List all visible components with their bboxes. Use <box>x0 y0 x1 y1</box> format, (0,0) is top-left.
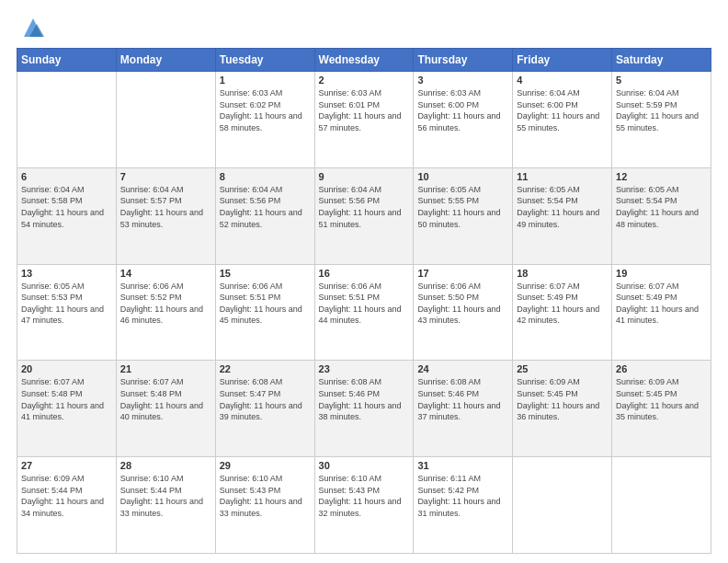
day-number: 17 <box>417 268 508 279</box>
day-info: Sunrise: 6:07 AM Sunset: 5:48 PM Dayligh… <box>120 376 211 422</box>
day-info: Sunrise: 6:10 AM Sunset: 5:44 PM Dayligh… <box>120 473 211 519</box>
weekday-saturday: Saturday <box>612 49 711 72</box>
calendar-cell: 14Sunrise: 6:06 AM Sunset: 5:52 PM Dayli… <box>116 264 215 361</box>
logo <box>17 17 46 40</box>
calendar-cell: 12Sunrise: 6:05 AM Sunset: 5:54 PM Dayli… <box>612 167 711 264</box>
calendar-cell <box>513 457 612 554</box>
day-info: Sunrise: 6:08 AM Sunset: 5:46 PM Dayligh… <box>417 376 508 422</box>
weekday-header-row: SundayMondayTuesdayWednesdayThursdayFrid… <box>17 49 711 72</box>
day-info: Sunrise: 6:06 AM Sunset: 5:50 PM Dayligh… <box>417 281 508 327</box>
day-number: 10 <box>417 171 508 182</box>
day-info: Sunrise: 6:09 AM Sunset: 5:44 PM Dayligh… <box>21 473 112 519</box>
day-info: Sunrise: 6:07 AM Sunset: 5:49 PM Dayligh… <box>517 281 608 327</box>
day-number: 1 <box>220 75 311 86</box>
day-number: 31 <box>417 460 508 471</box>
page: SundayMondayTuesdayWednesdayThursdayFrid… <box>0 0 728 563</box>
calendar-cell <box>612 457 711 554</box>
calendar-cell: 13Sunrise: 6:05 AM Sunset: 5:53 PM Dayli… <box>17 264 117 361</box>
week-row-3: 13Sunrise: 6:05 AM Sunset: 5:53 PM Dayli… <box>17 264 711 361</box>
day-number: 7 <box>120 171 211 182</box>
logo-icon <box>20 15 46 40</box>
day-info: Sunrise: 6:06 AM Sunset: 5:52 PM Dayligh… <box>120 281 211 327</box>
calendar-cell: 3Sunrise: 6:03 AM Sunset: 6:00 PM Daylig… <box>414 72 513 168</box>
calendar-cell: 25Sunrise: 6:09 AM Sunset: 5:45 PM Dayli… <box>513 361 612 457</box>
day-info: Sunrise: 6:04 AM Sunset: 5:59 PM Dayligh… <box>616 87 707 133</box>
day-info: Sunrise: 6:06 AM Sunset: 5:51 PM Dayligh… <box>319 281 410 327</box>
day-info: Sunrise: 6:04 AM Sunset: 5:58 PM Dayligh… <box>21 184 112 230</box>
header <box>17 17 711 40</box>
weekday-wednesday: Wednesday <box>314 49 414 72</box>
day-number: 27 <box>21 460 112 471</box>
day-info: Sunrise: 6:04 AM Sunset: 5:57 PM Dayligh… <box>120 184 211 230</box>
day-info: Sunrise: 6:05 AM Sunset: 5:54 PM Dayligh… <box>517 184 608 230</box>
calendar-cell: 22Sunrise: 6:08 AM Sunset: 5:47 PM Dayli… <box>215 361 314 457</box>
day-info: Sunrise: 6:05 AM Sunset: 5:55 PM Dayligh… <box>417 184 508 230</box>
day-info: Sunrise: 6:08 AM Sunset: 5:47 PM Dayligh… <box>220 376 311 422</box>
calendar-cell: 10Sunrise: 6:05 AM Sunset: 5:55 PM Dayli… <box>414 167 513 264</box>
calendar-cell: 30Sunrise: 6:10 AM Sunset: 5:43 PM Dayli… <box>314 457 414 554</box>
day-number: 19 <box>616 268 707 279</box>
day-info: Sunrise: 6:06 AM Sunset: 5:51 PM Dayligh… <box>220 281 311 327</box>
calendar-cell: 16Sunrise: 6:06 AM Sunset: 5:51 PM Dayli… <box>314 264 414 361</box>
calendar-cell: 5Sunrise: 6:04 AM Sunset: 5:59 PM Daylig… <box>612 72 711 168</box>
day-number: 2 <box>319 75 410 86</box>
day-number: 11 <box>517 171 608 182</box>
day-number: 5 <box>616 75 707 86</box>
day-number: 29 <box>220 460 311 471</box>
calendar-cell: 1Sunrise: 6:03 AM Sunset: 6:02 PM Daylig… <box>215 72 314 168</box>
day-number: 8 <box>220 171 311 182</box>
weekday-monday: Monday <box>116 49 215 72</box>
day-number: 28 <box>120 460 211 471</box>
weekday-friday: Friday <box>513 49 612 72</box>
day-number: 13 <box>21 268 112 279</box>
calendar-cell <box>17 72 117 168</box>
calendar-cell: 15Sunrise: 6:06 AM Sunset: 5:51 PM Dayli… <box>215 264 314 361</box>
calendar-cell: 26Sunrise: 6:09 AM Sunset: 5:45 PM Dayli… <box>612 361 711 457</box>
day-number: 14 <box>120 268 211 279</box>
calendar-cell: 19Sunrise: 6:07 AM Sunset: 5:49 PM Dayli… <box>612 264 711 361</box>
calendar-cell: 24Sunrise: 6:08 AM Sunset: 5:46 PM Dayli… <box>414 361 513 457</box>
week-row-2: 6Sunrise: 6:04 AM Sunset: 5:58 PM Daylig… <box>17 167 711 264</box>
calendar-cell: 20Sunrise: 6:07 AM Sunset: 5:48 PM Dayli… <box>17 361 117 457</box>
day-number: 3 <box>417 75 508 86</box>
day-number: 4 <box>517 75 608 86</box>
calendar-cell: 7Sunrise: 6:04 AM Sunset: 5:57 PM Daylig… <box>116 167 215 264</box>
calendar-cell: 6Sunrise: 6:04 AM Sunset: 5:58 PM Daylig… <box>17 167 117 264</box>
calendar-cell: 29Sunrise: 6:10 AM Sunset: 5:43 PM Dayli… <box>215 457 314 554</box>
day-number: 22 <box>220 363 311 374</box>
day-info: Sunrise: 6:05 AM Sunset: 5:53 PM Dayligh… <box>21 281 112 327</box>
week-row-1: 1Sunrise: 6:03 AM Sunset: 6:02 PM Daylig… <box>17 72 711 168</box>
calendar-cell: 11Sunrise: 6:05 AM Sunset: 5:54 PM Dayli… <box>513 167 612 264</box>
day-info: Sunrise: 6:07 AM Sunset: 5:49 PM Dayligh… <box>616 281 707 327</box>
day-info: Sunrise: 6:03 AM Sunset: 6:00 PM Dayligh… <box>417 87 508 133</box>
calendar-cell: 18Sunrise: 6:07 AM Sunset: 5:49 PM Dayli… <box>513 264 612 361</box>
day-info: Sunrise: 6:04 AM Sunset: 6:00 PM Dayligh… <box>517 87 608 133</box>
calendar-cell: 4Sunrise: 6:04 AM Sunset: 6:00 PM Daylig… <box>513 72 612 168</box>
day-number: 26 <box>616 363 707 374</box>
calendar-cell: 21Sunrise: 6:07 AM Sunset: 5:48 PM Dayli… <box>116 361 215 457</box>
day-info: Sunrise: 6:10 AM Sunset: 5:43 PM Dayligh… <box>220 473 311 519</box>
day-info: Sunrise: 6:09 AM Sunset: 5:45 PM Dayligh… <box>616 376 707 422</box>
day-info: Sunrise: 6:09 AM Sunset: 5:45 PM Dayligh… <box>517 376 608 422</box>
calendar-table: SundayMondayTuesdayWednesdayThursdayFrid… <box>17 48 711 554</box>
day-info: Sunrise: 6:03 AM Sunset: 6:02 PM Dayligh… <box>220 87 311 133</box>
calendar-cell <box>116 72 215 168</box>
day-number: 30 <box>319 460 410 471</box>
weekday-sunday: Sunday <box>17 49 117 72</box>
calendar-cell: 31Sunrise: 6:11 AM Sunset: 5:42 PM Dayli… <box>414 457 513 554</box>
calendar-cell: 27Sunrise: 6:09 AM Sunset: 5:44 PM Dayli… <box>17 457 117 554</box>
calendar-cell: 23Sunrise: 6:08 AM Sunset: 5:46 PM Dayli… <box>314 361 414 457</box>
day-number: 18 <box>517 268 608 279</box>
day-info: Sunrise: 6:11 AM Sunset: 5:42 PM Dayligh… <box>417 473 508 519</box>
day-number: 6 <box>21 171 112 182</box>
calendar-cell: 2Sunrise: 6:03 AM Sunset: 6:01 PM Daylig… <box>314 72 414 168</box>
day-info: Sunrise: 6:04 AM Sunset: 5:56 PM Dayligh… <box>220 184 311 230</box>
day-number: 24 <box>417 363 508 374</box>
week-row-4: 20Sunrise: 6:07 AM Sunset: 5:48 PM Dayli… <box>17 361 711 457</box>
day-number: 20 <box>21 363 112 374</box>
day-number: 23 <box>319 363 410 374</box>
day-info: Sunrise: 6:08 AM Sunset: 5:46 PM Dayligh… <box>319 376 410 422</box>
day-info: Sunrise: 6:10 AM Sunset: 5:43 PM Dayligh… <box>319 473 410 519</box>
weekday-thursday: Thursday <box>414 49 513 72</box>
day-info: Sunrise: 6:03 AM Sunset: 6:01 PM Dayligh… <box>319 87 410 133</box>
